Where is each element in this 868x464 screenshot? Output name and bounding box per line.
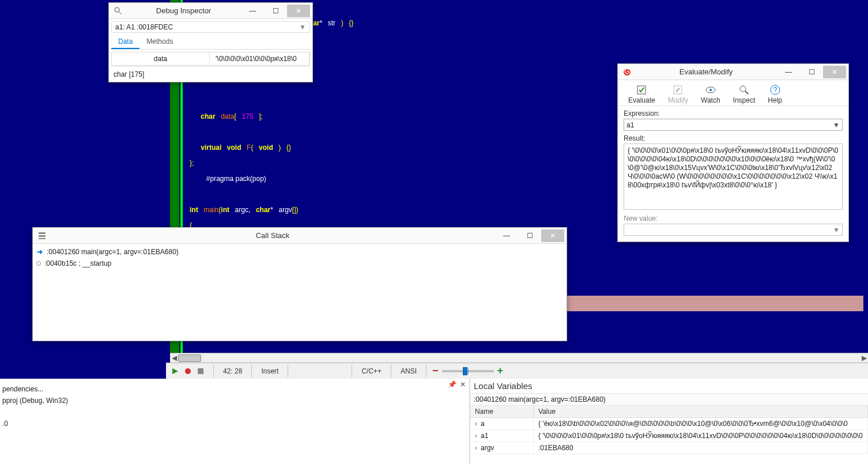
run-icon[interactable] bbox=[169, 365, 181, 377]
evaluate-button[interactable]: Evaluate bbox=[628, 85, 655, 104]
window-title: Debug Inspector bbox=[126, 6, 241, 15]
zoom-slider[interactable] bbox=[442, 370, 494, 372]
modify-button: Modify bbox=[668, 85, 688, 104]
inspect-icon bbox=[739, 85, 749, 95]
toolbar-label: Watch bbox=[701, 96, 720, 104]
close-icon[interactable]: ✕ bbox=[460, 380, 466, 388]
maximize-button[interactable]: ☐ bbox=[800, 66, 823, 78]
stop-icon[interactable] bbox=[195, 365, 206, 377]
dropdown-icon[interactable]: ▼ bbox=[833, 121, 840, 129]
code-token: main bbox=[203, 206, 218, 214]
help-button[interactable]: ?Help bbox=[768, 85, 782, 104]
close-button[interactable]: ✕ bbox=[823, 66, 846, 78]
stack-frame-text: :00401260 main(argc=1, argv=:01EBA680) bbox=[47, 248, 179, 256]
tab-data[interactable]: Data bbox=[111, 35, 139, 49]
svg-line-15 bbox=[745, 91, 748, 94]
column-header-name[interactable]: Name bbox=[470, 406, 534, 418]
maximize-button[interactable]: ☐ bbox=[518, 229, 541, 242]
toolbar-label: Help bbox=[768, 96, 782, 104]
dropdown-icon[interactable]: ▼ bbox=[833, 226, 840, 234]
svg-text:?: ? bbox=[773, 86, 777, 94]
build-output-line bbox=[2, 406, 467, 418]
minimize-button[interactable]: — bbox=[777, 66, 800, 78]
var-value[interactable]: { 'ёю\x18\0\b\0\0\0\x02\0\0\0\\я@\0\0\0\… bbox=[534, 418, 868, 430]
inspector-expression[interactable]: a1: A1 :0018FDEC ▼ bbox=[111, 21, 310, 33]
current-frame-icon: ➜ bbox=[36, 248, 43, 256]
inspect-button[interactable]: Inspect bbox=[733, 85, 756, 104]
code-token: data bbox=[221, 112, 234, 120]
close-button[interactable]: ✕ bbox=[541, 229, 564, 242]
scroll-thumb[interactable] bbox=[178, 354, 201, 362]
evaluate-modify-window[interactable]: G Evaluate/Modify — ☐ ✕ Evaluate Modify … bbox=[617, 63, 849, 242]
build-output-panel[interactable]: 📌 ✕ pendencies... pproj (Debug, Win32) .… bbox=[0, 379, 470, 464]
column-header-value[interactable]: Value bbox=[534, 406, 868, 418]
editor-statusbar: 42: 28 Insert C/C++ ANSI − + bbox=[166, 363, 868, 379]
frame-marker-icon bbox=[36, 261, 41, 266]
close-button[interactable]: ✕ bbox=[287, 5, 310, 17]
tab-methods[interactable]: Methods bbox=[139, 35, 180, 49]
inspector-expression-text: a1: A1 :0018FDEC bbox=[115, 23, 299, 31]
new-value-input[interactable]: ▼ bbox=[624, 224, 843, 236]
expression-value: a1 bbox=[627, 121, 833, 129]
inspector-grid[interactable]: data '\0\0\0\0\x01\0\0\0ря\x18\0 bbox=[111, 52, 310, 66]
record-icon[interactable] bbox=[182, 365, 194, 377]
inspector-field-value[interactable]: '\0\0\0\0\x01\0\0\0ря\x18\0 bbox=[210, 52, 310, 66]
insert-mode[interactable]: Insert bbox=[258, 367, 282, 375]
titlebar[interactable]: G Evaluate/Modify — ☐ ✕ bbox=[618, 64, 848, 80]
expand-icon[interactable]: › bbox=[475, 432, 481, 440]
panel-title: Local Variables bbox=[470, 379, 868, 394]
stack-frame[interactable]: :0040b15c ; __startup bbox=[36, 258, 563, 269]
call-stack-window[interactable]: Call Stack — ☐ ✕ ➜ :00401260 main(argc=1… bbox=[32, 227, 567, 341]
scroll-left-icon[interactable]: ◀ bbox=[170, 354, 178, 363]
inspector-icon bbox=[114, 6, 123, 16]
maximize-button[interactable]: ☐ bbox=[264, 5, 287, 17]
expand-icon[interactable]: › bbox=[475, 420, 481, 428]
svg-point-13 bbox=[710, 89, 712, 91]
expression-input[interactable]: a1 ▼ bbox=[624, 119, 843, 131]
var-name[interactable]: ›a bbox=[470, 418, 534, 430]
zoom-out-icon[interactable]: − bbox=[432, 365, 439, 377]
var-value[interactable]: :01EBA680 bbox=[534, 442, 868, 454]
language-indicator[interactable]: C/C++ bbox=[358, 367, 385, 375]
dropdown-icon[interactable]: ▼ bbox=[299, 23, 306, 31]
expand-icon[interactable]: › bbox=[475, 444, 481, 452]
titlebar[interactable]: Call Stack — ☐ ✕ bbox=[33, 228, 567, 244]
inspector-field-name[interactable]: data bbox=[112, 52, 210, 66]
scroll-right-icon[interactable]: ▶ bbox=[860, 354, 868, 363]
encoding-indicator[interactable]: ANSI bbox=[397, 367, 420, 375]
minimize-button[interactable]: — bbox=[241, 5, 264, 17]
local-variables-panel[interactable]: Local Variables :00401260 main(argc=1, a… bbox=[470, 379, 868, 464]
toolbar-label: Modify bbox=[668, 96, 688, 104]
code-token: int bbox=[190, 206, 198, 214]
inspector-tabs: Data Methods bbox=[111, 35, 310, 50]
build-output-line: pproj (Debug, Win32) bbox=[2, 395, 467, 406]
var-name[interactable]: ›argv bbox=[470, 442, 534, 454]
code-token: 175 bbox=[241, 112, 253, 120]
var-name-label: argv bbox=[481, 444, 494, 452]
zoom-in-icon[interactable]: + bbox=[497, 365, 504, 377]
svg-point-14 bbox=[740, 86, 746, 92]
code-token: void bbox=[259, 144, 273, 152]
code-token: int bbox=[221, 206, 229, 214]
cursor-position: 42: 28 bbox=[220, 367, 246, 375]
svg-rect-7 bbox=[39, 238, 46, 239]
stack-frame[interactable]: ➜ :00401260 main(argc=1, argv=:01EBA680) bbox=[36, 246, 563, 258]
modify-icon bbox=[673, 85, 683, 95]
zoom-handle[interactable] bbox=[463, 367, 467, 375]
editor-horizontal-scrollbar[interactable]: ◀ ▶ bbox=[170, 353, 868, 363]
result-box[interactable]: { '\0\0\0\0\x01\0\0\0ря\x18\0 tъvўоНЎюяя… bbox=[624, 144, 843, 210]
titlebar[interactable]: Debug Inspector — ☐ ✕ bbox=[109, 3, 312, 19]
pin-icon[interactable]: 📌 bbox=[448, 380, 456, 388]
local-variables-context: :00401260 main(argc=1, argv=:01EBA680) bbox=[470, 394, 868, 406]
expression-label: Expression: bbox=[618, 106, 848, 119]
zoom-control[interactable]: − + bbox=[432, 365, 515, 377]
inspector-type-info: char [175] bbox=[109, 69, 312, 82]
watch-button[interactable]: Watch bbox=[701, 85, 720, 104]
debug-inspector-window[interactable]: Debug Inspector — ☐ ✕ a1: A1 :0018FDEC ▼… bbox=[108, 2, 313, 82]
svg-marker-0 bbox=[172, 368, 178, 374]
build-output-line: pendencies... bbox=[2, 383, 467, 395]
toolbar-label: Inspect bbox=[733, 96, 756, 104]
var-name[interactable]: ›a1 bbox=[470, 430, 534, 442]
minimize-button[interactable]: — bbox=[495, 229, 518, 242]
var-value[interactable]: { '\0\0\0\0\x01\0\0\0ря\x18\0 tъvўоНЎюяя… bbox=[534, 430, 868, 442]
